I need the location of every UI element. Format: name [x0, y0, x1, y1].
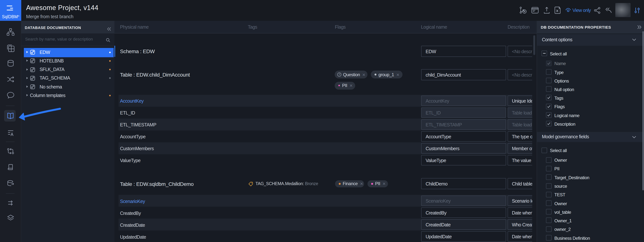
svg-text:?: ?: [338, 73, 340, 76]
